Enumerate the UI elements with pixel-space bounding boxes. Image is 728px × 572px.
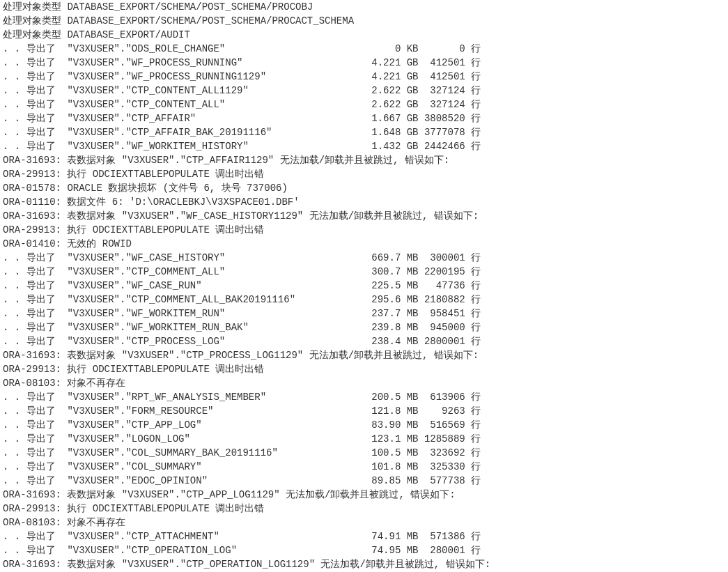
export-log: 处理对象类型 DATABASE_EXPORT/SCHEMA/POST_SCHEM… [0, 0, 728, 572]
